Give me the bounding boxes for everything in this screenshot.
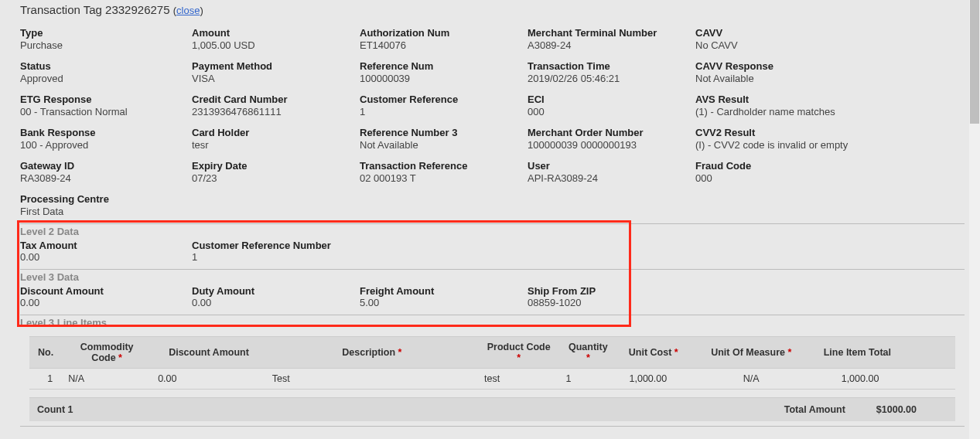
transaction-tag: 2332926275 bbox=[105, 3, 169, 16]
close-link[interactable]: close bbox=[176, 5, 200, 16]
gateway-value: RA3089-24 bbox=[20, 172, 190, 184]
table-row: 1 N/A 0.00 Test test 1 1,000.00 N/A 1,00… bbox=[29, 369, 955, 390]
level2-title: Level 2 Data bbox=[20, 226, 965, 237]
level3-title: Level 3 Data bbox=[20, 271, 965, 283]
total-amount-label: Total Amount bbox=[784, 404, 845, 415]
title-prefix: Transaction Tag bbox=[20, 3, 102, 16]
type-value: Purchase bbox=[20, 39, 190, 51]
cvv2-label: CVV2 Result bbox=[695, 127, 881, 138]
discount-label: Discount Amount bbox=[20, 285, 190, 297]
cust-ref-value: 1 bbox=[360, 106, 526, 117]
expiry-value: 07/23 bbox=[192, 172, 358, 184]
table-footer: Count 1 Total Amount $1000.00 bbox=[29, 397, 955, 421]
details-grid: TypePurchase Amount1,005.00 USD Authoriz… bbox=[20, 27, 965, 217]
pay-method-label: Payment Method bbox=[192, 60, 358, 72]
txn-time-value: 2019/02/26 05:46:21 bbox=[528, 73, 694, 84]
freight-label: Freight Amount bbox=[360, 285, 526, 297]
duty-value: 0.00 bbox=[192, 297, 358, 308]
bank-resp-label: Bank Response bbox=[20, 127, 190, 138]
cavv-label: CAVV bbox=[695, 27, 881, 39]
cell-uom: N/A bbox=[690, 369, 812, 390]
line-items-table: No. Commodity Code * Discount Amount Des… bbox=[29, 336, 955, 390]
tax-amount-value: 0.00 bbox=[20, 251, 190, 263]
page-title: Transaction Tag 2332926275 (close) bbox=[20, 3, 965, 16]
freight-value: 5.00 bbox=[360, 297, 526, 308]
col-uom: Unit Of Measure * bbox=[690, 337, 812, 369]
txn-ref-value: 02 000193 T bbox=[360, 172, 526, 184]
amount-label: Amount bbox=[192, 27, 358, 39]
total-amount-value: $1000.00 bbox=[876, 404, 917, 415]
user-label: User bbox=[528, 160, 694, 172]
eci-label: ECI bbox=[528, 94, 694, 105]
fraud-value: 000 bbox=[695, 172, 881, 184]
pay-method-value: VISA bbox=[192, 73, 358, 84]
ref3-label: Reference Number 3 bbox=[360, 127, 526, 138]
scrollbar-thumb[interactable] bbox=[970, 0, 979, 124]
txn-time-label: Transaction Time bbox=[528, 60, 694, 72]
count-label: Count 1 bbox=[37, 404, 73, 415]
expiry-label: Expiry Date bbox=[192, 160, 358, 172]
shipzip-label: Ship From ZIP bbox=[528, 285, 682, 297]
col-no: No. bbox=[29, 337, 62, 369]
tax-amount-label: Tax Amount bbox=[20, 240, 190, 251]
discount-value: 0.00 bbox=[20, 297, 190, 308]
cavv-value: No CAVV bbox=[695, 39, 881, 51]
ccnum-label: Credit Card Number bbox=[192, 94, 358, 105]
gateway-label: Gateway ID bbox=[20, 160, 190, 172]
ref3-value: Not Available bbox=[360, 139, 526, 151]
auth-num-label: Authorization Num bbox=[360, 27, 526, 39]
cell-unit-cost: 1,000.00 bbox=[616, 369, 690, 390]
etg-label: ETG Response bbox=[20, 94, 190, 105]
crn-value: 1 bbox=[192, 251, 501, 263]
cust-ref-label: Customer Reference bbox=[360, 94, 526, 105]
duty-label: Duty Amount bbox=[192, 285, 358, 297]
mtn-label: Merchant Terminal Number bbox=[528, 27, 694, 39]
centre-value: First Data bbox=[20, 206, 190, 217]
status-value: Approved bbox=[20, 73, 190, 84]
shipzip-value: 08859-1020 bbox=[528, 297, 682, 308]
crn-label: Customer Reference Number bbox=[192, 240, 501, 251]
cavv-resp-label: CAVV Response bbox=[695, 60, 881, 72]
cell-product-code: test bbox=[478, 369, 559, 390]
col-unit-cost: Unit Cost * bbox=[616, 337, 690, 369]
cavv-resp-value: Not Available bbox=[695, 73, 881, 84]
eci-value: 000 bbox=[528, 106, 694, 117]
user-value: API-RA3089-24 bbox=[528, 172, 694, 184]
centre-label: Processing Centre bbox=[20, 193, 190, 205]
cell-commodity: N/A bbox=[62, 369, 152, 390]
cvv2-value: (I) - CVV2 code is invalid or empty bbox=[695, 139, 881, 151]
col-description: Description * bbox=[266, 337, 478, 369]
col-quantity: Quantity * bbox=[559, 337, 616, 369]
avs-value: (1) - Cardholder name matches bbox=[695, 106, 881, 117]
col-empty bbox=[902, 337, 955, 369]
fraud-label: Fraud Code bbox=[695, 160, 881, 172]
ref-num-value: 100000039 bbox=[360, 73, 526, 84]
bank-resp-value: 100 - Approved bbox=[20, 139, 190, 151]
etg-value: 00 - Transaction Normal bbox=[20, 106, 190, 117]
cell-quantity: 1 bbox=[559, 369, 616, 390]
scrollbar-track[interactable] bbox=[969, 0, 980, 436]
cell-no: 1 bbox=[29, 369, 62, 390]
ref-num-label: Reference Num bbox=[360, 60, 526, 72]
holder-value: tesr bbox=[192, 139, 358, 151]
ccnum-value: 2313936476861111 bbox=[192, 106, 358, 117]
col-product-code: Product Code * bbox=[478, 337, 559, 369]
col-line-total: Line Item Total bbox=[812, 337, 902, 369]
cell-empty bbox=[902, 369, 955, 390]
cell-line-total: 1,000.00 bbox=[812, 369, 902, 390]
amount-value: 1,005.00 USD bbox=[192, 39, 358, 51]
cell-description: Test bbox=[266, 369, 478, 390]
cell-discount: 0.00 bbox=[152, 369, 266, 390]
status-label: Status bbox=[20, 60, 190, 72]
auth-num-value: ET140076 bbox=[360, 39, 526, 51]
col-commodity: Commodity Code * bbox=[62, 337, 152, 369]
avs-label: AVS Result bbox=[695, 94, 881, 105]
mon-value: 100000039 0000000193 bbox=[528, 139, 694, 151]
mtn-value: A3089-24 bbox=[528, 39, 694, 51]
holder-label: Card Holder bbox=[192, 127, 358, 138]
type-label: Type bbox=[20, 27, 190, 39]
line-items-title: Level 3 Line Items bbox=[20, 317, 965, 328]
col-discount: Discount Amount bbox=[152, 337, 266, 369]
mon-label: Merchant Order Number bbox=[528, 127, 694, 138]
txn-ref-label: Transaction Reference bbox=[360, 160, 526, 172]
